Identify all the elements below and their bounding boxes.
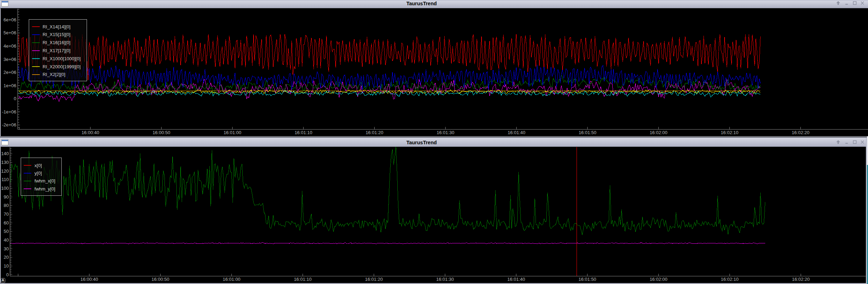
svg-text:-2e+06: -2e+06 [2,122,16,127]
svg-text:16:01:20: 16:01:20 [365,130,383,135]
svg-text:110: 110 [1,177,9,182]
svg-text:y[0]: y[0] [34,171,42,176]
svg-text:120: 120 [1,168,9,174]
svg-text:16:01:20: 16:01:20 [365,277,383,282]
svg-text:130: 130 [1,160,9,165]
svg-text:16:01:40: 16:01:40 [507,130,525,135]
svg-text:16:01:00: 16:01:00 [223,277,241,282]
svg-text:100: 100 [1,186,9,191]
svg-text:60: 60 [4,220,9,226]
svg-text:RI_X16[16][0]: RI_X16[16][0] [42,40,70,45]
svg-text:16:02:00: 16:02:00 [650,130,667,135]
svg-text:16:00:50: 16:00:50 [152,277,169,282]
svg-text:16:00:50: 16:00:50 [153,130,170,135]
svg-text:70: 70 [4,212,9,217]
svg-text:16:00:40: 16:00:40 [81,130,99,135]
svg-text:140: 140 [1,151,9,156]
svg-text:16:02:20: 16:02:20 [792,130,809,135]
svg-text:RI_X15[15][0]: RI_X15[15][0] [42,32,70,37]
svg-text:90: 90 [4,194,9,200]
svg-text:fwhm_y[0]: fwhm_y[0] [34,186,55,191]
svg-text:30: 30 [4,246,9,251]
svg-text:16:00:40: 16:00:40 [80,277,98,282]
svg-text:16:01:50: 16:01:50 [579,130,597,135]
svg-text:6e+06: 6e+06 [4,17,16,22]
svg-text:RI_X1000[1000][0]: RI_X1000[1000][0] [42,56,80,61]
svg-text:16:01:30: 16:01:30 [436,277,454,282]
svg-text:16:02:10: 16:02:10 [721,277,739,282]
svg-text:40: 40 [4,237,9,243]
svg-text:3e+06: 3e+06 [4,57,16,62]
svg-text:16:01:00: 16:01:00 [223,130,241,135]
svg-text:RI_X2[2][0]: RI_X2[2][0] [42,72,65,77]
svg-text:RI_X17[17][0]: RI_X17[17][0] [42,48,70,53]
svg-text:-1e+06: -1e+06 [2,109,16,115]
svg-text:RI_X14[14][0]: RI_X14[14][0] [42,24,70,29]
svg-text:80: 80 [4,203,9,208]
svg-text:4e+06: 4e+06 [4,43,16,49]
svg-text:16:01:10: 16:01:10 [295,130,312,135]
svg-text:0: 0 [14,96,16,101]
svg-text:2e+06: 2e+06 [4,70,16,75]
svg-text:50: 50 [4,229,9,234]
svg-text:fwhm_x[0]: fwhm_x[0] [34,178,55,183]
svg-text:16:02:10: 16:02:10 [721,130,739,135]
svg-text:16:01:10: 16:01:10 [294,277,312,282]
svg-text:10: 10 [4,263,9,269]
svg-text:20: 20 [4,255,9,260]
svg-text:1e+06: 1e+06 [4,83,16,88]
svg-text:RI_X2000[1999][0]: RI_X2000[1999][0] [42,64,80,69]
svg-text:16:02:20: 16:02:20 [792,277,810,282]
svg-text:16:01:40: 16:01:40 [507,277,525,282]
svg-text:0: 0 [6,272,9,277]
svg-text:5e+06: 5e+06 [4,30,16,35]
svg-text:16:01:30: 16:01:30 [437,130,455,135]
svg-text:16:02:00: 16:02:00 [650,277,667,282]
svg-text:x[0]: x[0] [34,162,42,168]
svg-text:16:01:50: 16:01:50 [578,277,596,282]
